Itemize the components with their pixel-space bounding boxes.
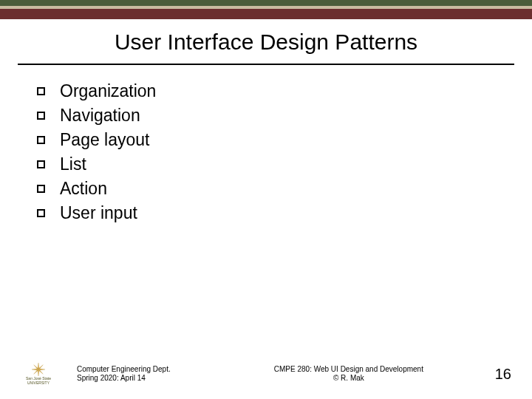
footer-course-line2: © R. Mak (202, 374, 495, 383)
list-item: User input (37, 203, 532, 223)
list-item: Action (37, 179, 532, 199)
square-bullet-icon (37, 160, 45, 168)
footer: San José State UNIVERSITY Computer Engin… (0, 362, 532, 386)
footer-course: CMPE 280: Web UI Design and Development … (202, 365, 495, 383)
bullet-text: Action (60, 179, 107, 199)
bullet-text: List (60, 154, 86, 174)
list-item: List (37, 154, 532, 174)
slide-title: User Interface Design Patterns (0, 30, 532, 55)
decorative-top-bars (0, 0, 532, 19)
svg-marker-6 (34, 369, 38, 374)
page-number: 16 (495, 366, 511, 383)
square-bullet-icon (37, 185, 45, 193)
starburst-icon (32, 363, 45, 376)
bullet-text: Page layout (60, 130, 149, 150)
bullet-list: Organization Navigation Page layout List… (37, 81, 532, 223)
logo-sub: UNIVERSITY (27, 381, 50, 385)
footer-course-line1: CMPE 280: Web UI Design and Development (202, 365, 495, 375)
bullet-text: User input (60, 203, 137, 223)
bar-maroon (0, 9, 532, 19)
list-item: Organization (37, 81, 532, 101)
footer-dept: Computer Engineering Dept. Spring 2020: … (77, 365, 202, 383)
list-item: Navigation (37, 106, 532, 126)
square-bullet-icon (37, 87, 45, 95)
content-area: Organization Navigation Page layout List… (0, 65, 532, 223)
square-bullet-icon (37, 112, 45, 120)
bullet-text: Organization (60, 81, 156, 101)
footer-dept-line1: Computer Engineering Dept. (77, 365, 202, 375)
svg-marker-7 (34, 365, 38, 369)
title-wrap: User Interface Design Patterns (0, 19, 532, 59)
square-bullet-icon (37, 209, 45, 217)
svg-marker-4 (38, 365, 43, 369)
square-bullet-icon (37, 136, 45, 144)
svg-marker-5 (38, 369, 43, 374)
footer-dept-line2: Spring 2020: April 14 (77, 374, 202, 383)
university-logo: San José State UNIVERSITY (18, 362, 59, 386)
list-item: Page layout (37, 130, 532, 150)
bullet-text: Navigation (60, 106, 140, 126)
bar-green (0, 0, 532, 6)
